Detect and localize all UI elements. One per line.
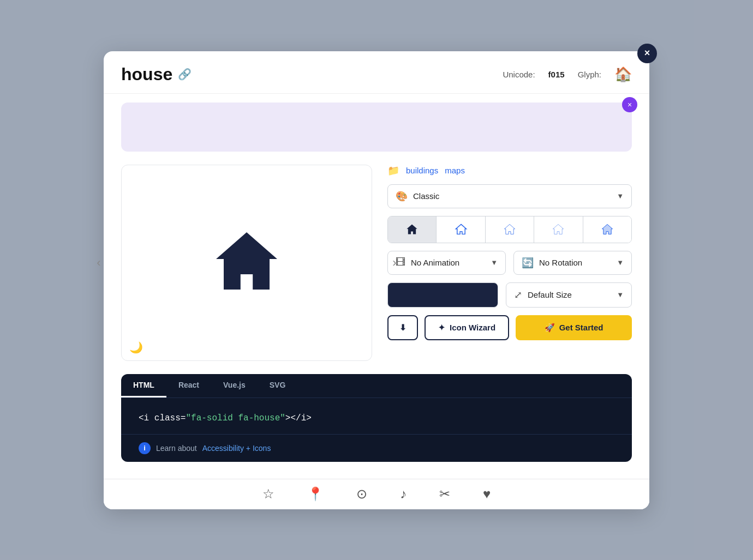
folder-icon: 📁 (387, 165, 399, 177)
right-arrow-icon: › (392, 256, 396, 270)
code-class-value: "fa-solid fa-house" (186, 413, 285, 423)
size-icon: ⤢ (514, 289, 522, 301)
bottom-heart-icon[interactable]: ♥ (483, 486, 491, 502)
wizard-label: Icon Wizard (450, 323, 495, 332)
info-icon: i (139, 442, 151, 454)
rotation-icon: 🔄 (522, 257, 534, 269)
prev-icon-button[interactable]: ‹ (89, 253, 109, 273)
variant-duotone-icon (601, 223, 614, 236)
rotation-dropdown[interactable]: 🔄 No Rotation ▼ (513, 251, 632, 275)
categories-section: 📁 buildings maps (387, 165, 632, 177)
code-tabs: HTML React Vue.js SVG (121, 374, 632, 398)
icon-display-area (122, 165, 372, 360)
left-arrow-icon: ‹ (97, 256, 100, 270)
code-footer: i Learn about Accessibility + Icons (121, 434, 632, 462)
rotation-chevron-icon: ▼ (617, 258, 624, 267)
modal-container: × house 🔗 Unicode: f015 Glyph: 🏠 × ‹ › (104, 51, 649, 509)
bottom-star-icon[interactable]: ☆ (262, 486, 274, 502)
variant-solid-icon (405, 223, 419, 236)
bottom-github-icon[interactable]: ⊙ (356, 486, 367, 502)
accessibility-link[interactable]: Accessibility + Icons (202, 444, 271, 453)
get-started-button[interactable]: 🚀 Get Started (516, 315, 632, 340)
controls-panel: 📁 buildings maps 🎨 Classic ▼ (387, 165, 632, 361)
get-started-icon: 🚀 (545, 323, 555, 333)
modal-header: house 🔗 Unicode: f015 Glyph: 🏠 (104, 51, 649, 94)
unicode-value: f015 (548, 70, 565, 79)
next-icon-button[interactable]: › (385, 253, 404, 273)
color-picker[interactable] (387, 282, 498, 308)
tab-svg[interactable]: SVG (258, 374, 298, 398)
promo-banner: × (121, 103, 632, 152)
modal-body: ‹ › 🌙 📁 buildings maps (104, 152, 649, 374)
learn-about-text: Learn about (156, 444, 197, 453)
variant-thin-icon (552, 223, 565, 236)
variant-light[interactable] (486, 216, 534, 243)
icon-preview-panel: ‹ › 🌙 (121, 165, 372, 361)
unicode-label: Unicode: (503, 70, 535, 79)
variant-light-icon (503, 223, 516, 236)
size-dropdown[interactable]: ⤢ Default Size ▼ (506, 282, 632, 308)
animation-label: No Animation (411, 258, 485, 267)
size-chevron-icon: ▼ (617, 291, 624, 299)
download-button[interactable]: ⬇ (387, 315, 418, 340)
rotation-label: No Rotation (539, 258, 611, 267)
variant-duotone[interactable] (583, 216, 631, 243)
banner-close-button[interactable]: × (622, 97, 637, 112)
animation-chevron-icon: ▼ (491, 258, 498, 267)
tab-react[interactable]: React (166, 374, 211, 398)
header-meta: Unicode: f015 Glyph: 🏠 (503, 66, 632, 83)
code-content: <i class="fa-solid fa-house"></i> (121, 398, 632, 434)
download-icon: ⬇ (399, 323, 407, 333)
glyph-display: 🏠 (614, 66, 632, 83)
style-dropdown[interactable]: 🎨 Classic ▼ (387, 184, 632, 208)
bottom-navigation-bar: ☆ 📍 ⊙ ♪ ✂ ♥ (104, 479, 649, 509)
dark-mode-toggle[interactable]: 🌙 (129, 341, 143, 354)
close-icon: × (644, 47, 650, 59)
title-section: house 🔗 (121, 64, 192, 85)
style-variants-row (387, 216, 632, 243)
animation-rotation-row: 🎞 No Animation ▼ 🔄 No Rotation ▼ (387, 251, 632, 275)
banner-close-icon: × (628, 100, 632, 109)
tab-html[interactable]: HTML (121, 374, 166, 398)
tab-vuejs[interactable]: Vue.js (211, 374, 258, 398)
category-maps[interactable]: maps (445, 166, 465, 175)
category-buildings[interactable]: buildings (406, 166, 438, 175)
wizard-icon: ✦ (438, 323, 445, 333)
style-icon: 🎨 (396, 190, 408, 202)
variant-thin[interactable] (534, 216, 583, 243)
code-open-tag: <i class= (139, 413, 186, 423)
icon-title: house (121, 64, 172, 85)
variant-regular-icon (455, 223, 468, 236)
bottom-tools-icon[interactable]: ✂ (439, 486, 450, 502)
style-label: Classic (413, 191, 611, 201)
modal-close-button[interactable]: × (637, 44, 657, 63)
action-buttons-row: ⬇ ✦ Icon Wizard 🚀 Get Started (387, 315, 632, 340)
size-label: Default Size (528, 290, 611, 299)
code-close-tag: ></i> (285, 413, 312, 423)
code-block: HTML React Vue.js SVG <i class="fa-solid… (121, 374, 632, 462)
house-icon-svg (208, 225, 285, 301)
get-started-label: Get Started (559, 323, 603, 332)
color-size-row: ⤢ Default Size ▼ (387, 282, 632, 308)
variant-regular[interactable] (437, 216, 485, 243)
variant-solid[interactable] (388, 216, 437, 243)
style-chevron-icon: ▼ (617, 192, 624, 200)
animation-dropdown[interactable]: 🎞 No Animation ▼ (387, 251, 506, 275)
bottom-location-icon[interactable]: 📍 (307, 486, 324, 502)
glyph-label: Glyph: (578, 70, 601, 79)
link-icon[interactable]: 🔗 (178, 68, 192, 81)
icon-wizard-button[interactable]: ✦ Icon Wizard (425, 315, 509, 340)
bottom-music-icon[interactable]: ♪ (400, 486, 407, 502)
